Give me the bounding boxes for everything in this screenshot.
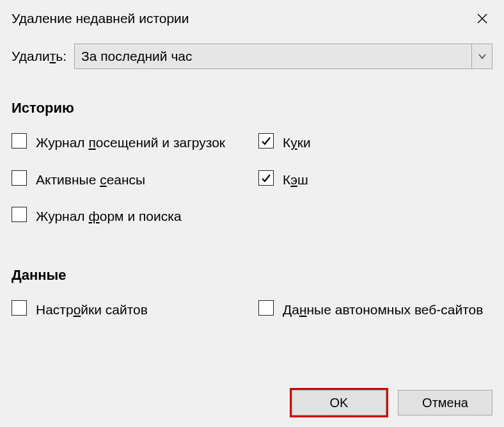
data-section: Данные Настройки сайтов <box>12 267 492 336</box>
checkbox-site-settings[interactable] <box>12 300 27 316</box>
checkbox-forms[interactable] <box>12 207 27 222</box>
checkbox-forms-label[interactable]: Журнал форм и поиска <box>36 205 182 227</box>
check-icon <box>260 135 272 147</box>
ok-button[interactable]: OK <box>292 390 386 415</box>
data-section-title: Данные <box>12 267 492 284</box>
data-columns: Настройки сайтов Данные автономных веб-с… <box>12 299 492 336</box>
checkbox-offline-label[interactable]: Данные автономных веб-сайтов <box>283 299 483 321</box>
close-icon <box>476 13 488 24</box>
checkbox-forms-row: Журнал форм и поиска <box>12 205 246 227</box>
checkbox-browsing-label[interactable]: Журнал посещений и загрузок <box>36 132 225 154</box>
history-columns: Журнал посещений и загрузок Активные сеа… <box>12 132 492 243</box>
time-range-select[interactable]: За последний час <box>74 44 492 69</box>
checkbox-sessions-label[interactable]: Активные сеансы <box>36 169 145 191</box>
checkbox-offline-row: Данные автономных веб-сайтов <box>258 299 492 321</box>
chevron-down-icon <box>478 53 486 60</box>
history-col-right: Куки Кэш <box>258 132 492 243</box>
history-section: Историю Журнал посещений и загрузок Акти… <box>12 100 492 243</box>
cancel-button[interactable]: Отмена <box>398 390 492 415</box>
checkbox-cookies[interactable] <box>258 133 274 149</box>
history-col-left: Журнал посещений и загрузок Активные сеа… <box>12 132 246 243</box>
checkbox-cache[interactable] <box>258 170 274 186</box>
close-button[interactable] <box>469 6 495 31</box>
time-range-label: Удалить: <box>12 49 67 64</box>
checkbox-browsing-row: Журнал посещений и загрузок <box>12 132 246 154</box>
checkbox-cookies-label[interactable]: Куки <box>283 132 311 154</box>
data-col-right: Данные автономных веб-сайтов <box>258 299 492 336</box>
time-range-row: Удалить: За последний час <box>12 44 492 69</box>
dialog-title: Удаление недавней истории <box>12 11 189 26</box>
checkbox-site-settings-row: Настройки сайтов <box>12 299 246 321</box>
checkbox-sessions[interactable] <box>12 170 27 186</box>
titlebar: Удаление недавней истории <box>0 0 504 35</box>
clear-history-dialog: Удаление недавней истории Удалить: За по… <box>0 0 504 427</box>
dialog-body: Удалить: За последний час Историю <box>0 35 504 335</box>
checkbox-offline[interactable] <box>258 300 274 316</box>
checkbox-cache-row: Кэш <box>258 169 492 191</box>
checkbox-site-settings-label[interactable]: Настройки сайтов <box>36 299 148 321</box>
dialog-footer: OK Отмена <box>292 390 492 415</box>
time-range-value: За последний час <box>81 49 193 64</box>
data-col-left: Настройки сайтов <box>12 299 246 336</box>
check-icon <box>260 172 272 184</box>
checkbox-sessions-row: Активные сеансы <box>12 169 246 191</box>
history-section-title: Историю <box>12 100 492 117</box>
checkbox-cache-label[interactable]: Кэш <box>283 169 308 191</box>
time-range-dropdown-button[interactable] <box>471 44 492 68</box>
checkbox-cookies-row: Куки <box>258 132 492 154</box>
checkbox-browsing[interactable] <box>12 133 27 149</box>
